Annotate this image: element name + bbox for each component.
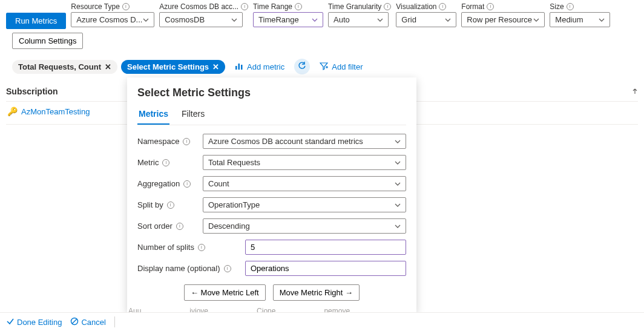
display-name-label: Display name (optional)i xyxy=(137,264,239,273)
tab-metrics[interactable]: Metrics xyxy=(137,105,169,125)
close-icon[interactable]: ✕ xyxy=(105,62,111,71)
size-dropdown[interactable]: Medium xyxy=(550,12,610,27)
key-icon: 🔑 xyxy=(7,107,18,116)
cancel-button[interactable]: Cancel xyxy=(70,317,105,327)
pill-total-requests[interactable]: Total Requests, Count ✕ xyxy=(12,60,117,74)
sort-order-label: Sort orderi xyxy=(137,221,197,231)
divider xyxy=(114,316,115,327)
info-icon: i xyxy=(295,3,302,10)
sort-order-dropdown[interactable]: Descending xyxy=(203,218,406,234)
split-by-dropdown[interactable]: OperationType xyxy=(203,197,406,212)
size-label: Sizei xyxy=(550,2,610,11)
chevron-down-icon xyxy=(231,17,237,23)
time-granularity-dropdown[interactable]: Auto xyxy=(328,12,389,27)
aggregation-label: Aggregationi xyxy=(137,179,197,188)
run-metrics-button[interactable]: Run Metrics xyxy=(6,13,66,29)
done-editing-button[interactable]: Done Editing xyxy=(6,317,62,327)
time-range-dropdown[interactable]: TimeRange xyxy=(253,12,323,27)
info-icon: i xyxy=(162,159,169,166)
chevron-down-icon xyxy=(395,223,401,229)
chevron-down-icon xyxy=(395,181,401,187)
panel-title: Select Metric Settings xyxy=(137,87,406,99)
svg-line-6 xyxy=(72,319,77,324)
svg-rect-0 xyxy=(235,66,237,70)
info-icon: i xyxy=(439,3,446,10)
prohibit-icon xyxy=(70,317,79,327)
tab-filters[interactable]: Filters xyxy=(180,105,206,125)
svg-rect-2 xyxy=(241,65,243,70)
info-icon: i xyxy=(384,3,391,10)
sort-asc-icon xyxy=(632,87,638,96)
filter-icon xyxy=(320,62,328,72)
metric-label: Metrici xyxy=(137,158,197,167)
account-dropdown[interactable]: CosmosDB xyxy=(159,12,243,27)
info-icon: i xyxy=(198,244,205,251)
time-granularity-label: Time Granularityi xyxy=(328,2,391,11)
metric-dropdown[interactable]: Total Requests xyxy=(203,155,406,170)
chevron-down-icon xyxy=(445,17,451,23)
visualization-label: Visualizationi xyxy=(396,2,456,11)
display-name-input[interactable] xyxy=(245,261,406,276)
metric-settings-panel: Select Metric Settings Metrics Filters N… xyxy=(127,77,416,312)
chevron-down-icon xyxy=(395,139,401,145)
chevron-down-icon xyxy=(377,17,383,23)
time-range-label: Time Rangei xyxy=(253,2,323,11)
add-filter-button[interactable]: Add filter xyxy=(314,59,369,74)
split-by-label: Split byi xyxy=(137,200,197,209)
info-icon: i xyxy=(167,202,174,209)
info-icon: i xyxy=(183,180,191,188)
format-label: Formati xyxy=(461,2,545,11)
move-metric-left-button[interactable]: ← Move Metric Left xyxy=(184,284,266,301)
resource-type-dropdown[interactable]: Azure Cosmos D... xyxy=(71,12,154,27)
info-icon: i xyxy=(176,223,183,230)
info-icon: i xyxy=(241,3,248,10)
chevron-down-icon xyxy=(395,202,401,208)
aggregation-dropdown[interactable]: Count xyxy=(203,176,406,191)
add-metric-button[interactable]: Add metric xyxy=(229,59,291,74)
visualization-dropdown[interactable]: Grid xyxy=(396,12,456,27)
chevron-down-icon xyxy=(312,17,318,23)
number-of-splits-label: Number of splitsi xyxy=(137,243,239,252)
pill-select-metric-settings[interactable]: Select Metric Settings ✕ xyxy=(121,60,225,74)
resource-type-label: Resource Typei xyxy=(71,2,154,11)
account-label: Azure Cosmos DB acc...i xyxy=(159,2,248,11)
namespace-label: Namespacei xyxy=(137,137,197,146)
info-icon: i xyxy=(567,3,574,10)
info-icon: i xyxy=(224,265,231,272)
info-icon: i xyxy=(183,138,190,145)
chevron-down-icon xyxy=(143,17,149,23)
namespace-dropdown[interactable]: Azure Cosmos DB account standard metrics xyxy=(203,134,406,149)
move-metric-right-button[interactable]: Move Metric Right → xyxy=(273,284,360,301)
close-icon[interactable]: ✕ xyxy=(212,62,219,71)
chevron-down-icon xyxy=(395,160,401,166)
chevron-down-icon xyxy=(533,17,539,23)
bar-chart-icon xyxy=(235,62,243,72)
svg-rect-1 xyxy=(238,64,240,70)
info-icon: i xyxy=(487,3,494,10)
info-icon: i xyxy=(122,3,130,10)
column-settings-button[interactable]: Column Settings xyxy=(12,33,83,49)
number-of-splits-input[interactable] xyxy=(245,240,406,255)
refresh-button[interactable] xyxy=(294,59,310,74)
refresh-icon xyxy=(298,62,306,72)
check-icon xyxy=(6,317,15,327)
chevron-down-icon xyxy=(599,17,605,23)
format-dropdown[interactable]: Row per Resource xyxy=(461,12,545,27)
